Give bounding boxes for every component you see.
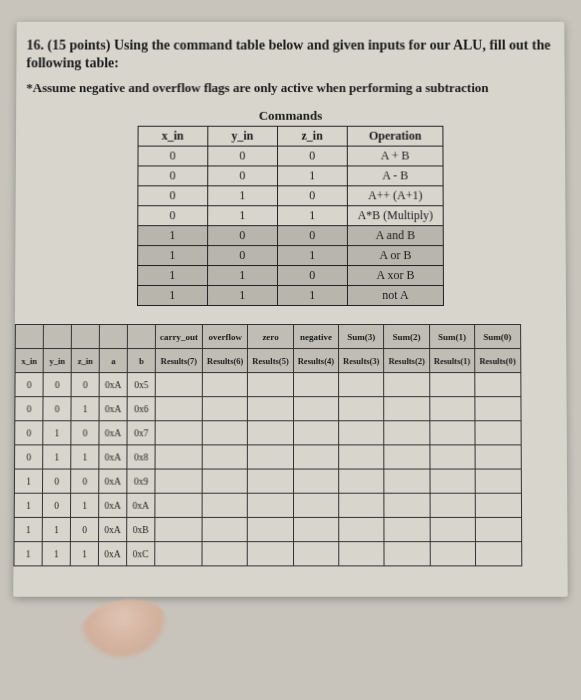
ans-blank-cell [475, 469, 521, 493]
ans-blank-cell [430, 469, 476, 493]
ans-cell-z: 0 [71, 421, 99, 445]
ans-blank-cell [339, 542, 385, 566]
cmd-h-xin: x_in [138, 127, 208, 147]
ans-cell-x: 0 [15, 397, 43, 421]
ans-blank-cell [339, 494, 385, 518]
ans-cell-a: 0xA [99, 397, 127, 421]
ans-cell-z: 1 [71, 397, 99, 421]
ans-blank-cell [430, 518, 476, 542]
ans-sub-h-2: z_in [71, 349, 99, 373]
ans-blank-cell [248, 397, 293, 421]
commands-cell-z: 0 [277, 146, 347, 166]
ans-blank-cell [293, 494, 339, 518]
ans-blank-cell [248, 518, 294, 542]
answer-row: 0010xA0x6 [15, 397, 521, 421]
commands-row: 010A++ (A+1) [137, 186, 443, 206]
ans-blank-cell [475, 373, 521, 397]
ans-cell-a: 0xA [99, 469, 127, 493]
question-heading: 16. (15 points) Using the command table … [26, 37, 554, 73]
commands-cell-op: A++ (A+1) [347, 186, 443, 206]
ans-blank-cell [339, 469, 385, 493]
commands-row: 011A*B (Multiply) [137, 206, 443, 226]
ans-cell-a: 0xA [99, 445, 127, 469]
ans-cell-a: 0xA [98, 542, 126, 566]
answer-top-header: carry_outoverflowzeronegativeSum(3)Sum(2… [15, 325, 520, 349]
ans-sub-h-7: Results(5) [248, 349, 293, 373]
ans-top-h-9: Sum(3) [339, 325, 384, 349]
ans-blank-cell [384, 421, 430, 445]
ans-blank-cell [475, 421, 521, 445]
commands-row: 100A and B [137, 226, 443, 246]
commands-cell-z: 0 [277, 186, 347, 206]
commands-cell-z: 0 [277, 226, 347, 246]
commands-header-row: x_in y_in z_in Operation [138, 127, 444, 147]
ans-blank-cell [475, 397, 521, 421]
ans-top-h-4 [127, 325, 155, 349]
commands-cell-y: 0 [207, 146, 277, 166]
ans-blank-cell [293, 542, 339, 566]
ans-blank-cell [202, 373, 247, 397]
ans-top-h-7: zero [248, 325, 293, 349]
commands-cell-y: 1 [207, 286, 277, 306]
answer-row: 0110xA0x8 [15, 445, 521, 469]
cmd-h-zin: z_in [277, 127, 347, 147]
ans-cell-x: 1 [14, 494, 42, 518]
commands-cell-y: 1 [207, 186, 277, 206]
ans-cell-b: 0x9 [127, 469, 155, 493]
ans-sub-h-5: Results(7) [155, 349, 202, 373]
commands-cell-y: 1 [207, 266, 277, 286]
ans-cell-b: 0x5 [127, 373, 155, 397]
commands-cell-z: 1 [277, 246, 347, 266]
ans-blank-cell [476, 518, 522, 542]
ans-top-h-1 [43, 325, 71, 349]
ans-blank-cell [293, 445, 339, 469]
commands-row: 000A + B [138, 146, 444, 166]
ans-sub-h-6: Results(6) [202, 349, 247, 373]
ans-blank-cell [202, 469, 248, 493]
ans-sub-h-12: Results(0) [475, 349, 521, 373]
commands-cell-op: A + B [347, 146, 443, 166]
commands-cell-x: 1 [137, 286, 207, 306]
ans-blank-cell [202, 542, 248, 566]
commands-cell-x: 0 [138, 146, 208, 166]
ans-cell-z: 0 [70, 518, 98, 542]
commands-cell-y: 0 [207, 226, 277, 246]
ans-blank-cell [384, 518, 430, 542]
ans-blank-cell [476, 542, 522, 566]
ans-cell-b: 0x8 [127, 445, 155, 469]
ans-cell-b: 0xB [127, 518, 155, 542]
ans-blank-cell [339, 445, 385, 469]
commands-cell-x: 1 [137, 266, 207, 286]
answer-row: 0100xA0x7 [15, 421, 521, 445]
ans-top-h-10: Sum(2) [384, 325, 429, 349]
ans-cell-x: 1 [14, 518, 42, 542]
commands-row: 110A xor B [137, 266, 444, 286]
ans-sub-h-11: Results(1) [429, 349, 474, 373]
ans-cell-a: 0xA [99, 373, 127, 397]
ans-blank-cell [339, 421, 385, 445]
ans-blank-cell [155, 469, 202, 493]
commands-cell-x: 0 [137, 186, 207, 206]
ans-blank-cell [339, 373, 384, 397]
ans-cell-y: 1 [42, 518, 70, 542]
ans-blank-cell [155, 445, 202, 469]
answer-table: carry_outoverflowzeronegativeSum(3)Sum(2… [13, 324, 521, 566]
ans-blank-cell [339, 397, 384, 421]
ans-blank-cell [430, 421, 476, 445]
ans-blank-cell [248, 421, 293, 445]
ans-blank-cell [155, 494, 202, 518]
question-number: 16. [26, 38, 43, 53]
commands-cell-op: A - B [347, 166, 443, 186]
ans-blank-cell [384, 494, 430, 518]
commands-cell-op: A and B [347, 226, 444, 246]
ans-cell-a: 0xA [99, 421, 127, 445]
ans-blank-cell [202, 445, 248, 469]
commands-cell-op: not A [347, 286, 444, 306]
ans-blank-cell [248, 445, 294, 469]
commands-cell-op: A xor B [347, 266, 444, 286]
ans-top-h-11: Sum(1) [429, 325, 474, 349]
ans-top-h-3 [99, 325, 127, 349]
ans-blank-cell [155, 397, 202, 421]
ans-blank-cell [248, 494, 294, 518]
ans-blank-cell [293, 469, 339, 493]
